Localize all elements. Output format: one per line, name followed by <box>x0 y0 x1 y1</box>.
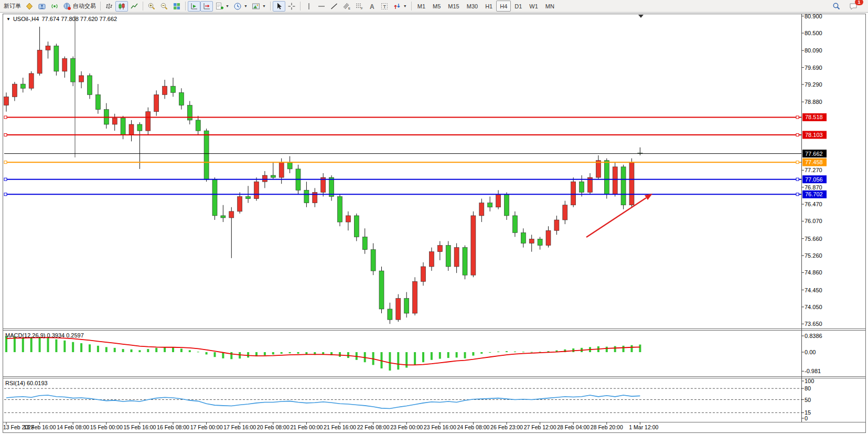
cursor-icon[interactable] <box>273 1 285 12</box>
vertical-line-tool-icon[interactable] <box>303 1 315 12</box>
timeframe-button-m1[interactable]: M1 <box>414 1 429 12</box>
indicators-icon[interactable]: ▼ <box>213 1 231 12</box>
price-line-handle[interactable] <box>796 133 799 136</box>
macd-histogram-bar <box>114 348 116 352</box>
macd-histogram-bar <box>281 352 283 354</box>
candle-body <box>463 248 467 276</box>
periods-clock-icon[interactable]: ▼ <box>231 1 250 12</box>
templates-dropdown-caret[interactable]: ▼ <box>262 4 266 8</box>
ohlc-values: 77.674 77.808 77.620 77.662 <box>41 16 117 22</box>
rsi-tick-label: 100 <box>805 378 814 384</box>
macd-histogram-bar <box>214 352 216 357</box>
candle-body <box>621 167 626 205</box>
periods-dropdown-caret[interactable]: ▼ <box>244 4 248 8</box>
candle-body <box>163 86 167 94</box>
templates-icon[interactable]: ▼ <box>250 1 268 12</box>
macd-histogram-bar <box>197 352 199 352</box>
line-chart-icon[interactable] <box>128 1 141 12</box>
time-tick-label: 26 Feb 23:00 <box>490 424 523 430</box>
candle-body <box>304 190 309 203</box>
price-tick-label: 76.870 <box>805 184 822 190</box>
candle-body <box>62 59 67 71</box>
tile-windows-icon[interactable] <box>170 1 183 12</box>
price-tick-label: 80.090 <box>805 47 822 54</box>
macd-histogram-bar <box>347 352 349 358</box>
community-icon[interactable] <box>36 1 48 12</box>
symbol-dropdown-icon[interactable]: ▼ <box>6 17 10 22</box>
chat-icon[interactable]: 1 <box>847 1 860 12</box>
macd-histogram-bar <box>55 340 57 352</box>
candle-body <box>362 237 367 249</box>
arrows-tool-icon[interactable]: ▼ <box>391 1 409 12</box>
price-line-handle[interactable] <box>796 193 799 196</box>
candle-body <box>196 120 200 131</box>
candle-body <box>187 105 192 120</box>
price-line-handle[interactable] <box>4 178 7 181</box>
candle-body <box>54 46 59 71</box>
new-order-button[interactable]: 新订单 <box>2 1 23 12</box>
price-line-handle[interactable] <box>4 193 7 196</box>
toolbar-right-icons: 1 <box>830 1 866 12</box>
crosshair-icon[interactable] <box>285 1 298 12</box>
horizontal-line-tool-icon[interactable] <box>315 1 328 12</box>
price-line-handle[interactable] <box>4 161 7 164</box>
macd-histogram-bar <box>72 342 74 352</box>
candlestick-chart-icon[interactable] <box>115 1 128 12</box>
candle-body <box>454 248 459 267</box>
label-tool-icon[interactable]: T <box>378 1 391 12</box>
macd-histogram-bar <box>289 352 291 353</box>
chart-shift-icon[interactable] <box>200 1 213 12</box>
timeframe-button-m5[interactable]: M5 <box>429 1 444 12</box>
macd-histogram-bar <box>272 352 274 354</box>
timeframe-button-h4[interactable]: H4 <box>496 1 511 12</box>
timeframe-button-w1[interactable]: W1 <box>526 1 542 12</box>
zoom-out-icon[interactable] <box>158 1 170 12</box>
price-tick-label: 75.260 <box>805 252 822 259</box>
price-line-handle[interactable] <box>796 178 799 181</box>
candle-body <box>580 182 584 192</box>
candle-body <box>554 220 559 230</box>
candle-body <box>521 232 526 243</box>
macd-histogram-bar <box>97 346 99 352</box>
auto-trading-button[interactable]: 自动交易 <box>61 1 98 12</box>
fibonacci-tool-icon[interactable]: F <box>353 1 366 12</box>
arrows-dropdown-caret[interactable]: ▼ <box>403 4 407 8</box>
candle-body <box>546 230 551 245</box>
chart-title: ▼ USOil-,H4 77.674 77.808 77.620 77.662 <box>6 16 117 22</box>
svg-text:F: F <box>361 7 363 10</box>
toolbar-separator <box>270 2 271 10</box>
macd-histogram-bar <box>22 337 24 352</box>
channel-tool-icon[interactable]: E <box>340 1 353 12</box>
auto-scroll-icon[interactable] <box>188 1 200 12</box>
candle-body <box>512 216 517 232</box>
price-line-handle[interactable] <box>4 133 7 136</box>
time-tick-label: 16 Feb 08:00 <box>157 424 189 430</box>
timeframe-button-mn[interactable]: MN <box>542 1 558 12</box>
price-line-handle[interactable] <box>796 161 799 164</box>
trendline-tool-icon[interactable] <box>328 1 340 12</box>
macd-histogram-bar <box>138 350 141 352</box>
timeframe-button-d1[interactable]: D1 <box>511 1 526 12</box>
macd-tick-label: 0.8386 <box>805 333 822 339</box>
indicators-dropdown-caret[interactable]: ▼ <box>226 4 229 8</box>
gold-icon[interactable] <box>23 1 36 12</box>
signals-icon[interactable] <box>48 1 61 12</box>
candle-body <box>421 267 426 281</box>
bar-chart-icon[interactable] <box>103 1 115 12</box>
price-badge-label: 78.518 <box>805 114 823 120</box>
search-icon[interactable] <box>830 1 843 12</box>
timeframe-button-m30[interactable]: M30 <box>463 1 481 12</box>
candle-body <box>629 163 634 205</box>
candle-body <box>279 163 284 177</box>
candle-body <box>596 161 601 177</box>
candle-body <box>88 76 92 94</box>
zoom-in-icon[interactable] <box>145 1 158 12</box>
candle-body <box>262 175 267 182</box>
timeframe-button-m15[interactable]: M15 <box>444 1 463 12</box>
price-line-handle[interactable] <box>4 116 7 119</box>
candle-body <box>396 299 401 320</box>
price-line-handle[interactable] <box>796 116 799 119</box>
macd-histogram-bar <box>639 345 641 352</box>
text-tool-icon[interactable]: A <box>366 1 378 12</box>
timeframe-button-h1[interactable]: H1 <box>481 1 496 12</box>
